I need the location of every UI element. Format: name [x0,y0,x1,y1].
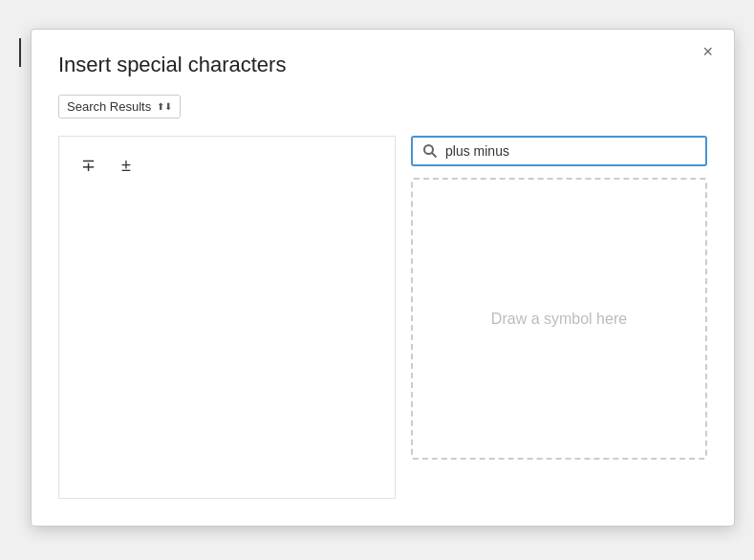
symbols-panel: ∓ ± [58,136,396,499]
right-panel: Draw a symbol here [411,136,707,499]
dialog: × Insert special characters Search Resul… [31,29,735,527]
cursor-line [19,38,21,67]
symbol-minus-plus[interactable]: ∓ [71,148,105,183]
symbol-plus-minus[interactable]: ± [109,148,143,183]
dialog-title: Insert special characters [58,53,707,77]
dropdown-label: Search Results [67,99,151,114]
category-dropdown[interactable]: Search Results ⬆⬇ [58,95,181,118]
search-icon [422,143,438,159]
draw-symbol-area[interactable]: Draw a symbol here [411,178,707,460]
svg-point-0 [424,145,433,154]
search-input[interactable] [445,143,696,159]
chevron-down-icon: ⬆⬇ [157,101,172,112]
close-button[interactable]: × [697,41,719,62]
svg-line-1 [432,153,437,158]
content-area: ∓ ± Draw a symbol here [58,136,707,499]
search-input-wrapper [411,136,707,166]
draw-area-placeholder: Draw a symbol here [491,311,627,328]
page-wrapper: × Insert special characters Search Resul… [19,29,735,527]
